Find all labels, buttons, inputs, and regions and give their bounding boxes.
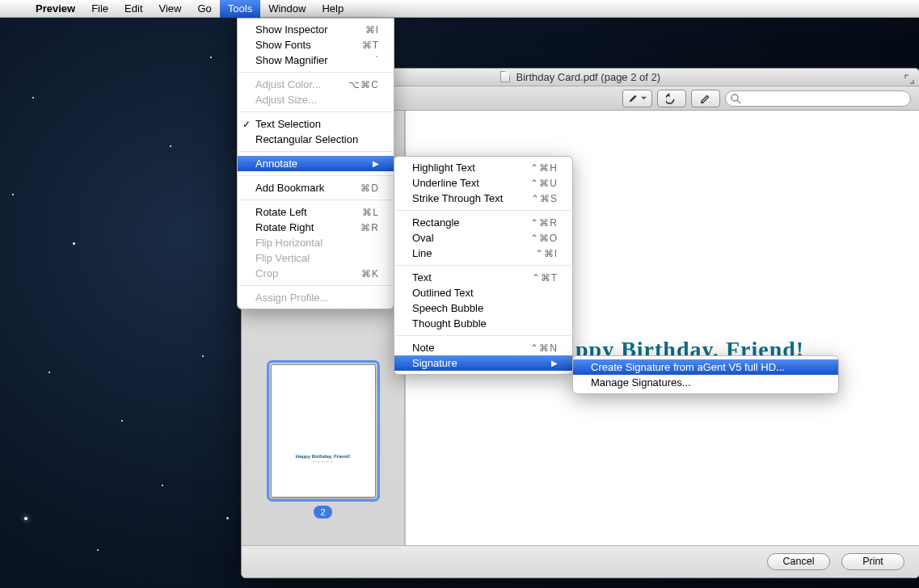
signature-submenu: Create Signature from aGent V5 full HD..… <box>572 355 839 394</box>
highlight-tool-button[interactable] <box>622 90 652 107</box>
tools-menu-item[interactable]: Show Inspector⌘I <box>238 22 394 37</box>
svg-line-1 <box>737 100 740 103</box>
keyboard-shortcut: ⌘I <box>365 24 379 36</box>
keyboard-shortcut: ⌘K <box>361 268 379 279</box>
tools-menu-item[interactable]: Annotate▶ <box>238 156 394 171</box>
keyboard-shortcut: ` <box>375 55 379 66</box>
signature-menu-item[interactable]: Create Signature from aGent V5 full HD..… <box>573 359 838 375</box>
page-thumbnail-2[interactable]: Happy Birthday, Friend! — — — — — <box>271 364 376 498</box>
search-icon <box>730 93 741 104</box>
annotate-menu-item[interactable]: Note⌃⌘N <box>394 340 572 355</box>
annotate-menu-label: Note <box>412 342 509 354</box>
tools-menu-item[interactable]: Show Magnifier` <box>238 52 394 68</box>
keyboard-shortcut: ⌥⌘C <box>348 79 379 90</box>
dialog-title: Birthday Card.pdf (page 2 of 2) <box>516 71 661 83</box>
annotate-menu-item[interactable]: Oval⌃⌘O <box>394 230 572 246</box>
annotate-menu-label: Speech Bubble <box>412 302 558 314</box>
pdf-icon <box>500 71 510 82</box>
cancel-button[interactable]: Cancel <box>767 553 830 570</box>
keyboard-shortcut: ⌘R <box>360 222 379 233</box>
annotate-menu-separator <box>395 265 571 266</box>
menubar: Preview File Edit View Go Tools Window H… <box>0 0 919 18</box>
tools-menu-item[interactable]: Rectangular Selection <box>238 132 394 147</box>
menu-file[interactable]: File <box>83 0 116 18</box>
markup-tool-button[interactable] <box>691 90 720 107</box>
annotate-menu-label: Line <box>412 247 514 259</box>
keyboard-shortcut: ⌃⌘H <box>530 162 558 174</box>
tools-menu-item: Flip Horizontal <box>238 235 394 250</box>
tools-dropdown: Show Inspector⌘IShow Fonts⌘TShow Magnifi… <box>237 18 394 309</box>
annotate-menu-item[interactable]: Text⌃⌘T <box>394 270 572 285</box>
annotate-menu-label: Rectangle <box>412 216 509 229</box>
submenu-arrow-icon: ▶ <box>373 159 379 168</box>
annotate-menu-item[interactable]: Thought Bubble <box>394 316 572 331</box>
tools-menu-separator <box>238 111 393 112</box>
annotate-menu-separator <box>395 335 571 336</box>
annotate-menu-separator <box>395 210 571 211</box>
keyboard-shortcut: ⌃⌘I <box>535 248 558 259</box>
menu-edit[interactable]: Edit <box>116 0 150 18</box>
svg-point-0 <box>731 94 738 101</box>
submenu-arrow-icon: ▶ <box>551 359 558 368</box>
tools-menu-label: Show Fonts <box>255 39 341 51</box>
annotate-menu-item[interactable]: Line⌃⌘I <box>394 246 572 261</box>
annotate-menu-label: Strike Through Text <box>412 192 510 204</box>
tools-menu-item[interactable]: Add Bookmark⌘D <box>238 180 394 195</box>
menu-help[interactable]: Help <box>314 0 352 18</box>
tools-menu-label: Show Inspector <box>255 23 344 36</box>
menu-view[interactable]: View <box>151 0 190 18</box>
annotate-menu-label: Outlined Text <box>412 287 558 299</box>
signature-menu-label: Create Signature from aGent V5 full HD..… <box>591 361 824 373</box>
tools-menu-label: Flip Vertical <box>255 252 379 264</box>
tools-menu-label: Rectangular Selection <box>255 133 379 145</box>
annotate-menu-label: Highlight Text <box>412 162 509 174</box>
rotate-tool-button[interactable] <box>657 90 686 107</box>
keyboard-shortcut: ⌘D <box>360 183 379 194</box>
annotate-menu-item[interactable]: Outlined Text <box>394 285 572 300</box>
tools-menu-label: Adjust Color... <box>255 78 327 90</box>
tools-menu-item: Adjust Size... <box>238 92 394 107</box>
tools-menu-label: Flip Horizontal <box>255 237 379 249</box>
tools-menu-label: Text Selection <box>255 118 379 130</box>
tools-menu-label: Adjust Size... <box>255 94 379 106</box>
tools-menu-item[interactable]: ✓Text Selection <box>238 116 394 132</box>
menu-window[interactable]: Window <box>260 0 314 18</box>
tools-menu-item: Adjust Color...⌥⌘C <box>238 77 394 92</box>
tools-menu-label: Show Magnifier <box>255 54 354 66</box>
expand-icon[interactable] <box>904 72 914 82</box>
search-field[interactable] <box>725 90 911 107</box>
keyboard-shortcut: ⌘L <box>362 207 379 218</box>
app-menu[interactable]: Preview <box>27 0 83 18</box>
menu-tools[interactable]: Tools <box>220 0 260 18</box>
annotate-menu-item[interactable]: Rectangle⌃⌘R <box>394 215 572 230</box>
annotate-menu-label: Oval <box>412 232 509 244</box>
tools-menu-separator <box>238 151 393 152</box>
tools-menu-item: Assign Profile... <box>238 290 394 305</box>
tools-menu-item[interactable]: Rotate Right⌘R <box>238 220 394 235</box>
annotate-menu-label: Text <box>412 271 511 284</box>
menu-go[interactable]: Go <box>189 0 219 18</box>
annotate-menu-label: Signature <box>412 357 532 369</box>
tools-menu-item: Crop⌘K <box>238 266 394 281</box>
keyboard-shortcut: ⌃⌘U <box>530 178 558 189</box>
annotate-menu-label: Underline Text <box>412 177 509 189</box>
tools-menu-label: Annotate <box>255 158 353 170</box>
tools-menu-label: Add Bookmark <box>255 182 339 194</box>
annotate-menu-item[interactable]: Signature▶ <box>394 355 572 371</box>
annotate-menu-label: Thought Bubble <box>412 317 558 330</box>
annotate-menu-item[interactable]: Strike Through Text⌃⌘S <box>394 191 572 206</box>
annotate-menu-item[interactable]: Highlight Text⌃⌘H <box>394 160 572 175</box>
annotate-menu-item[interactable]: Speech Bubble <box>394 300 572 316</box>
tools-menu-item: Flip Vertical <box>238 250 394 266</box>
tools-menu-separator <box>238 285 393 286</box>
annotate-menu-item[interactable]: Underline Text⌃⌘U <box>394 175 572 191</box>
keyboard-shortcut: ⌃⌘R <box>530 217 558 229</box>
tools-menu-label: Rotate Right <box>255 221 339 233</box>
check-icon: ✓ <box>242 119 251 130</box>
keyboard-shortcut: ⌃⌘S <box>531 193 558 204</box>
tools-menu-separator <box>238 72 393 73</box>
signature-menu-item[interactable]: Manage Signatures... <box>573 375 838 390</box>
print-button[interactable]: Print <box>841 553 904 570</box>
tools-menu-item[interactable]: Rotate Left⌘L <box>238 204 394 220</box>
tools-menu-item[interactable]: Show Fonts⌘T <box>238 37 394 52</box>
